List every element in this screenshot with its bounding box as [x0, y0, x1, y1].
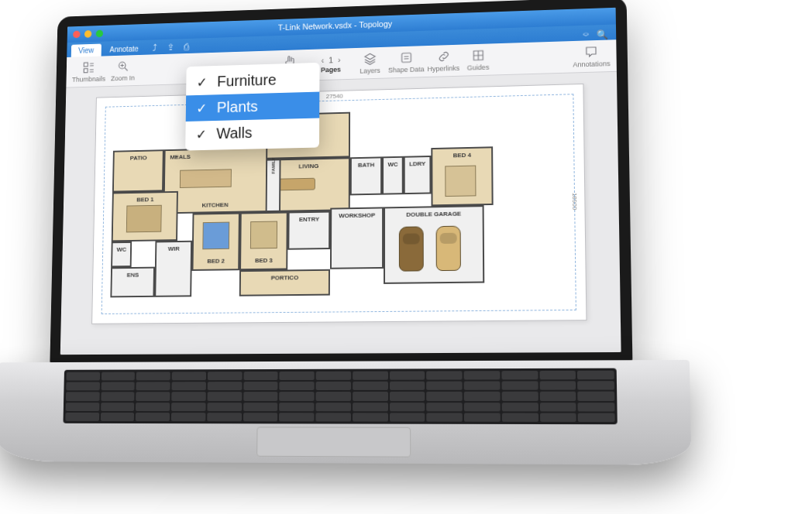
close-icon[interactable] [73, 31, 80, 39]
room-bed1: BED 1 [112, 191, 178, 242]
pages-label: Pages [321, 65, 341, 73]
zoom-in-button[interactable]: Zoom In [108, 59, 138, 82]
annotations-button[interactable]: Annotations [573, 44, 611, 68]
shape-data-icon [399, 50, 413, 64]
traffic-lights [73, 30, 103, 39]
room-portico: PORTICO [239, 269, 330, 296]
car-right [436, 226, 461, 272]
bed2-bed [202, 222, 229, 250]
layer-item-walls[interactable]: ✓ Walls [185, 118, 319, 148]
layer-label: Furniture [217, 71, 277, 90]
annotations-icon [584, 44, 599, 58]
sofa [277, 178, 315, 191]
print-icon[interactable]: ⎙ [179, 40, 194, 54]
layer-item-furniture[interactable]: ✓ Furniture [186, 66, 319, 96]
room-bath: BATH [350, 156, 382, 195]
hyperlinks-button[interactable]: Hyperlinks [428, 49, 460, 73]
svg-rect-1 [84, 68, 88, 72]
layer-label: Plants [217, 98, 258, 117]
room-garage: DOUBLE GARAGE [384, 205, 484, 284]
guides-button[interactable]: Guides [463, 48, 494, 72]
prev-page-button[interactable]: ‹ [322, 56, 325, 65]
bed1-bed [126, 205, 162, 233]
room-entry: ENTRY [288, 211, 331, 250]
room-wc: WC [111, 242, 132, 267]
room-family: FAMILY [267, 159, 281, 212]
shape-data-label: Shape Data [388, 65, 425, 74]
zoom-in-icon [116, 60, 129, 74]
room-wir: WIR [154, 241, 192, 297]
guides-icon [471, 48, 485, 62]
minimize-icon[interactable] [84, 30, 91, 38]
svg-rect-0 [84, 62, 88, 66]
zoom-icon[interactable] [96, 30, 103, 38]
room-bed3: BED 3 [239, 212, 288, 271]
layer-label: Walls [216, 125, 252, 142]
dining-table [180, 169, 232, 188]
tab-annotate[interactable]: Annotate [102, 43, 146, 57]
car-left [399, 226, 424, 271]
guides-label: Guides [467, 63, 489, 71]
room-patio: PATIO [112, 149, 164, 192]
laptop-keyboard [63, 368, 617, 425]
laptop-trackpad [256, 427, 411, 457]
bed4-bed [445, 166, 476, 197]
check-icon: ✓ [196, 74, 209, 91]
bed3-bed [250, 221, 277, 249]
layers-icon [363, 51, 377, 65]
thumbnails-label: Thumbnails [72, 74, 105, 83]
thumbnails-button[interactable]: Thumbnails [72, 60, 106, 84]
page-number: 1 [329, 55, 333, 64]
zoom-in-label: Zoom In [111, 74, 135, 81]
export-icon[interactable]: ⇪ [163, 40, 177, 54]
next-page-button[interactable]: › [338, 55, 341, 64]
hyperlinks-icon [436, 49, 450, 63]
thumbnails-icon [82, 60, 95, 74]
canvas-width-label: 27540 [326, 93, 343, 100]
floor-plan: DINING PATIO MEALS KITCHEN LIVING [110, 106, 566, 304]
layers-button[interactable]: Layers [355, 51, 385, 74]
wifi-icon[interactable]: ⌔ [583, 30, 588, 41]
tab-view[interactable]: View [71, 44, 102, 57]
search-icon[interactable]: 🔍 [597, 29, 608, 40]
room-ens: ENS [111, 267, 156, 298]
layers-dropdown[interactable]: ✓ Furniture ✓ Plants ✓ Walls [185, 63, 319, 151]
share-icon[interactable]: ⤴ [147, 41, 162, 55]
room-meals: MEALS KITCHEN [163, 147, 268, 214]
window-title: T-Link Network.vsdx - Topology [278, 19, 393, 33]
room-wc2: WC [382, 156, 404, 195]
hyperlinks-label: Hyperlinks [428, 64, 460, 73]
room-bed2: BED 2 [192, 213, 240, 271]
svg-rect-3 [401, 53, 411, 62]
layer-item-plants[interactable]: ✓ Plants [186, 92, 320, 122]
annotations-label: Annotations [573, 60, 610, 68]
page-canvas[interactable]: 27540 18900 DINING PATIO MEALS KITCHEN [91, 84, 587, 324]
check-icon: ✓ [196, 100, 209, 117]
shape-data-button[interactable]: Shape Data [388, 50, 425, 74]
room-bed4: BED 4 [431, 146, 493, 206]
room-ldry: LDRY [404, 156, 432, 194]
check-icon: ✓ [196, 125, 209, 142]
canvas-area[interactable]: 27540 18900 DINING PATIO MEALS KITCHEN [60, 72, 621, 355]
room-workshop: WORKSHOP [330, 207, 384, 269]
layers-label: Layers [360, 67, 380, 74]
